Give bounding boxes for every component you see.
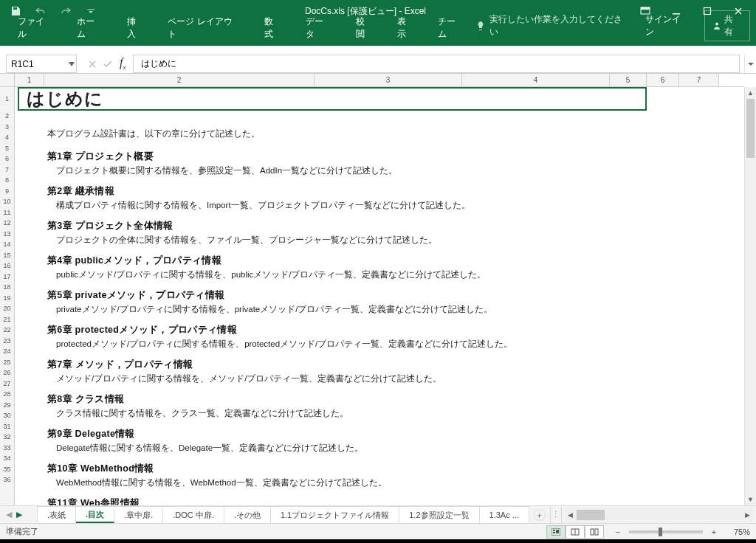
row-header[interactable]: 16 bbox=[0, 260, 14, 272]
column-header[interactable]: 3 bbox=[315, 74, 462, 86]
row-header[interactable]: 30 bbox=[0, 410, 14, 421]
sheet-tab[interactable]: .その他 bbox=[224, 506, 271, 523]
scroll-down-arrow-icon[interactable]: ▼ bbox=[745, 494, 756, 505]
row-header[interactable]: 32 bbox=[0, 432, 14, 443]
tab-scroll-left-button[interactable]: ◀ bbox=[6, 510, 12, 519]
horizontal-scrollbar[interactable]: ◀ ▶ bbox=[565, 508, 753, 522]
row-header[interactable]: 26 bbox=[0, 367, 14, 378]
row-header[interactable]: 15 bbox=[0, 250, 14, 261]
column-header[interactable]: 5 bbox=[610, 74, 647, 86]
ribbon-tab[interactable]: データ bbox=[294, 10, 344, 46]
active-cell[interactable]: はじめに bbox=[18, 87, 647, 111]
row-header[interactable]: 6 bbox=[0, 153, 14, 165]
zoom-slider-knob[interactable] bbox=[659, 528, 662, 536]
column-headers[interactable]: 1234567 bbox=[15, 74, 744, 87]
name-box[interactable]: R1C1 bbox=[6, 55, 77, 73]
sheet-tab[interactable]: 1.3Ac ... bbox=[480, 506, 529, 523]
row-header[interactable]: 14 bbox=[0, 239, 14, 250]
row-header[interactable]: 11 bbox=[0, 207, 14, 218]
share-button[interactable]: 共有 bbox=[704, 10, 750, 41]
worksheet-area[interactable]: 1234567 12345678910111213141516171819202… bbox=[0, 74, 756, 505]
normal-view-button[interactable] bbox=[546, 525, 566, 539]
tell-me-placeholder: 実行したい作業を入力してください bbox=[489, 13, 630, 38]
save-button[interactable] bbox=[6, 1, 25, 21]
qat-customize-button[interactable] bbox=[81, 1, 100, 21]
row-header[interactable]: 25 bbox=[0, 357, 14, 368]
page-break-view-button[interactable] bbox=[585, 525, 604, 539]
redo-button[interactable] bbox=[56, 1, 75, 21]
row-header[interactable]: 28 bbox=[0, 389, 14, 400]
chevron-down-icon[interactable] bbox=[69, 62, 75, 66]
zoom-out-button[interactable]: − bbox=[613, 528, 623, 536]
sheet-tab[interactable]: 1.1プロジェクトファイル情報 bbox=[271, 506, 399, 523]
scrollbar-thumb[interactable] bbox=[746, 99, 755, 158]
chapter-desc: publicメソッド/プロパティに関する情報を、publicメソッド/プロパティ… bbox=[47, 269, 715, 280]
scroll-right-arrow-icon[interactable]: ▶ bbox=[741, 511, 753, 519]
sign-in-button[interactable]: サインイン bbox=[638, 13, 697, 38]
scroll-up-arrow-icon[interactable]: ▲ bbox=[745, 87, 756, 99]
row-header[interactable]: 29 bbox=[0, 400, 14, 411]
column-header[interactable]: 1 bbox=[15, 74, 44, 86]
row-header[interactable]: 13 bbox=[0, 229, 14, 240]
add-sheet-button[interactable]: ＋ bbox=[534, 509, 546, 521]
expand-formula-bar-button[interactable] bbox=[744, 55, 756, 73]
row-header[interactable]: 35 bbox=[0, 464, 14, 475]
row-header[interactable]: 20 bbox=[0, 303, 14, 314]
sheet-tab[interactable]: .章中扉. bbox=[114, 506, 163, 523]
hscroll-thumb[interactable] bbox=[577, 510, 605, 520]
row-header[interactable]: 21 bbox=[0, 314, 14, 325]
ribbon-tab[interactable]: 挿入 bbox=[115, 10, 157, 46]
accept-formula-button[interactable] bbox=[103, 60, 112, 68]
column-header[interactable]: 6 bbox=[647, 74, 679, 86]
column-header[interactable]: 4 bbox=[462, 74, 610, 86]
vertical-scrollbar[interactable]: ▲ ▼ bbox=[744, 87, 756, 505]
formula-input[interactable]: はじめに bbox=[133, 55, 740, 73]
cells-viewport[interactable]: はじめに 本プログラム設計書は、以下の章に分けて記述した。 第1章 プロジェクト… bbox=[15, 87, 744, 505]
zoom-in-button[interactable]: + bbox=[709, 528, 719, 536]
fx-icon[interactable]: fx bbox=[120, 56, 126, 71]
ribbon-tab[interactable]: 校閲 bbox=[344, 10, 385, 46]
row-header[interactable]: 9 bbox=[0, 186, 14, 197]
row-header[interactable]: 12 bbox=[0, 218, 14, 229]
row-header[interactable]: 2 bbox=[0, 111, 14, 122]
row-header[interactable]: 22 bbox=[0, 325, 14, 336]
row-header[interactable]: 5 bbox=[0, 143, 14, 154]
cancel-formula-button[interactable] bbox=[89, 60, 96, 68]
row-header[interactable]: 1 bbox=[0, 87, 14, 111]
row-headers[interactable]: 1234567891011121314151617181920212223242… bbox=[0, 87, 15, 505]
tab-splitter[interactable]: ⋮ bbox=[550, 506, 562, 523]
row-header[interactable]: 34 bbox=[0, 453, 14, 464]
row-header[interactable]: 36 bbox=[0, 474, 14, 485]
row-header[interactable]: 33 bbox=[0, 443, 14, 454]
row-header[interactable]: 17 bbox=[0, 272, 14, 283]
ribbon-tab[interactable]: 表示 bbox=[385, 10, 427, 46]
page-layout-view-button[interactable] bbox=[566, 525, 585, 539]
tell-me-search[interactable]: 実行したい作業を入力してください bbox=[476, 13, 630, 38]
sheet-tab[interactable]: .目次 bbox=[76, 506, 114, 523]
row-header[interactable]: 27 bbox=[0, 378, 14, 390]
row-header[interactable]: 10 bbox=[0, 196, 14, 207]
row-header[interactable]: 3 bbox=[0, 122, 14, 133]
undo-button[interactable] bbox=[31, 1, 50, 21]
sheet-tab[interactable]: .表紙 bbox=[37, 506, 76, 523]
ribbon-tab[interactable]: 数式 bbox=[252, 10, 294, 46]
sheet-tab[interactable]: .DOC 中扉. bbox=[163, 506, 224, 523]
ribbon-tab[interactable]: ページ レイアウト bbox=[156, 10, 252, 46]
column-header[interactable]: 7 bbox=[679, 74, 719, 86]
row-header[interactable]: 31 bbox=[0, 421, 14, 432]
ribbon-tab[interactable]: チーム bbox=[426, 10, 476, 46]
row-header[interactable]: 8 bbox=[0, 175, 14, 186]
scroll-left-arrow-icon[interactable]: ◀ bbox=[565, 511, 577, 519]
row-header[interactable]: 24 bbox=[0, 346, 14, 357]
tab-scroll-right-button[interactable]: ▶ bbox=[16, 510, 22, 519]
row-header[interactable]: 23 bbox=[0, 336, 14, 347]
zoom-percent[interactable]: 75% bbox=[725, 528, 750, 536]
row-header[interactable]: 7 bbox=[0, 165, 14, 176]
row-header[interactable]: 18 bbox=[0, 282, 14, 293]
sheet-tab[interactable]: 1.2参照設定一覧 bbox=[399, 506, 479, 523]
row-header[interactable]: 4 bbox=[0, 132, 14, 143]
zoom-slider[interactable] bbox=[629, 530, 703, 533]
select-all-corner[interactable] bbox=[0, 74, 15, 87]
row-header[interactable]: 19 bbox=[0, 293, 14, 304]
column-header[interactable]: 2 bbox=[44, 74, 315, 86]
